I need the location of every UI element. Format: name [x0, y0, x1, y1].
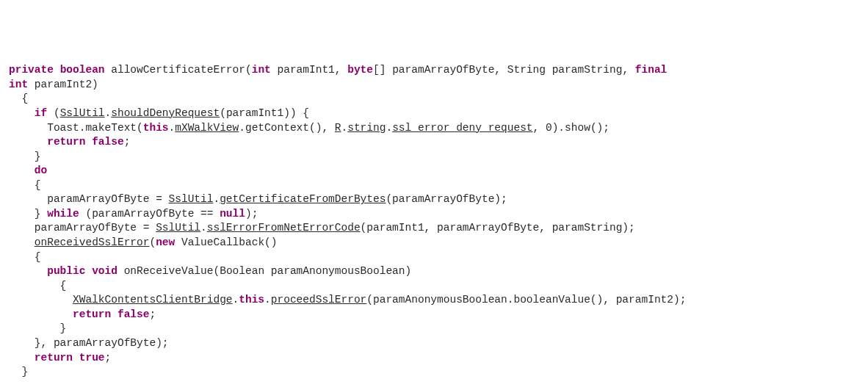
type-xwalkbridge: XWalkContentsClientBridge	[73, 294, 233, 306]
code-line-7: }	[9, 150, 862, 165]
type-sslutil: SslUtil	[169, 193, 214, 205]
code-line-10: paramArrayOfByte = SslUtil.getCertificat…	[9, 192, 862, 207]
code-line-6: return false;	[9, 135, 862, 150]
keyword-return: return	[35, 352, 73, 364]
indent	[9, 165, 35, 176]
text: (paramAnonymousBoolean.booleanValue(), p…	[366, 294, 686, 306]
indent	[9, 107, 35, 119]
text: .	[169, 122, 176, 134]
text: paramArrayOfByte =	[9, 222, 156, 234]
keyword-return: return	[73, 308, 111, 320]
text: );	[245, 208, 258, 220]
text: .getContext(),	[239, 122, 335, 134]
text: .	[233, 294, 239, 306]
text: (paramArrayOfByte ==	[79, 208, 220, 220]
keyword-false: false	[117, 308, 150, 320]
text: allowCertificateError(	[105, 64, 252, 76]
field-mxwalkview: mXWalkView	[175, 122, 239, 134]
keyword-new: new	[156, 236, 175, 248]
text: .	[264, 294, 271, 306]
keyword-private: private	[9, 64, 54, 76]
keyword-int: int	[9, 79, 28, 90]
keyword-boolean: boolean	[60, 64, 105, 76]
code-line-11: } while (paramArrayOfByte == null);	[9, 207, 862, 222]
keyword-byte: byte	[347, 64, 373, 76]
keyword-null: null	[220, 208, 245, 220]
code-line-1: private boolean allowCertificateError(in…	[9, 63, 862, 78]
type-r: R	[335, 122, 341, 134]
code-line-2: int paramInt2)	[9, 78, 862, 93]
text: ;	[105, 352, 112, 364]
text: .	[105, 107, 112, 119]
ref-sslerror: ssl_error_deny_request	[392, 122, 532, 134]
text: (	[47, 107, 59, 119]
indent	[9, 308, 73, 320]
indent	[9, 294, 73, 306]
indent	[9, 352, 35, 364]
code-line-21: return true;	[9, 351, 862, 366]
code-block: private boolean allowCertificateError(in…	[9, 63, 862, 379]
code-line-13: onReceivedSslError(new ValueCallback()	[9, 236, 862, 250]
text: Toast.makeText(	[9, 122, 143, 134]
code-line-4: if (SslUtil.shouldDenyRequest(paramInt1)…	[9, 106, 862, 121]
method-onreceivedsslerror: onReceivedSslError	[35, 236, 150, 248]
text: .	[386, 122, 392, 134]
code-line-3: {	[9, 92, 862, 106]
keyword-int: int	[252, 64, 271, 76]
code-line-18: return false;	[9, 308, 862, 322]
indent	[9, 236, 35, 248]
method-proceedsslerror: proceedSslError	[271, 294, 367, 306]
text: }	[9, 208, 47, 220]
indent	[9, 265, 47, 277]
text: (paramArrayOfByte);	[386, 193, 507, 205]
text: .	[213, 193, 220, 205]
code-line-5: Toast.makeText(this.mXWalkView.getContex…	[9, 121, 862, 136]
keyword-return: return	[47, 136, 85, 148]
text: , 0).show();	[533, 122, 610, 134]
indent	[9, 136, 47, 148]
code-line-17: XWalkContentsClientBridge.this.proceedSs…	[9, 293, 862, 308]
text: paramInt1,	[271, 64, 347, 76]
type-sslutil: SslUtil	[156, 222, 200, 234]
text	[85, 136, 92, 148]
text: paramInt2)	[28, 79, 98, 90]
text: ;	[124, 136, 131, 148]
code-line-12: paramArrayOfByte = SslUtil.sslErrorFromN…	[9, 221, 862, 236]
keyword-if: if	[35, 107, 47, 119]
text: [] paramArrayOfByte, String paramString,	[373, 64, 635, 76]
code-line-16: {	[9, 279, 862, 294]
keyword-this: this	[239, 294, 264, 306]
text	[73, 352, 79, 364]
text: ValueCallback()	[175, 236, 277, 248]
text: (paramInt1, paramArrayOfByte, paramStrin…	[361, 222, 635, 234]
keyword-final: final	[635, 64, 668, 76]
text: ;	[149, 308, 156, 320]
code-line-20: }, paramArrayOfByte);	[9, 336, 862, 351]
text: .	[200, 222, 207, 234]
text: .	[341, 122, 348, 134]
code-line-22: }	[9, 365, 862, 380]
keyword-false: false	[92, 136, 124, 148]
text: (	[149, 236, 156, 248]
method-getcert: getCertificateFromDerBytes	[220, 193, 386, 205]
text: paramArrayOfByte =	[9, 193, 169, 205]
keyword-true: true	[79, 352, 105, 364]
code-line-8: do	[9, 164, 862, 178]
code-line-19: }	[9, 322, 862, 336]
text	[85, 265, 92, 277]
method-shoulddenyrequest: shouldDenyRequest	[111, 107, 220, 119]
method-sslerrorfromnet: sslErrorFromNetErrorCode	[207, 222, 361, 234]
keyword-while: while	[47, 208, 79, 220]
text: onReceiveValue(Boolean paramAnonymousBoo…	[117, 265, 411, 277]
type-string: string	[347, 122, 386, 134]
code-line-14: {	[9, 250, 862, 265]
text	[111, 308, 117, 320]
keyword-do: do	[35, 165, 47, 176]
code-line-15: public void onReceiveValue(Boolean param…	[9, 264, 862, 279]
keyword-this: this	[143, 122, 169, 134]
code-line-9: {	[9, 178, 862, 193]
text: (paramInt1)) {	[220, 107, 309, 119]
type-sslutil: SslUtil	[60, 107, 105, 119]
keyword-void: void	[92, 265, 117, 277]
keyword-public: public	[47, 265, 85, 277]
